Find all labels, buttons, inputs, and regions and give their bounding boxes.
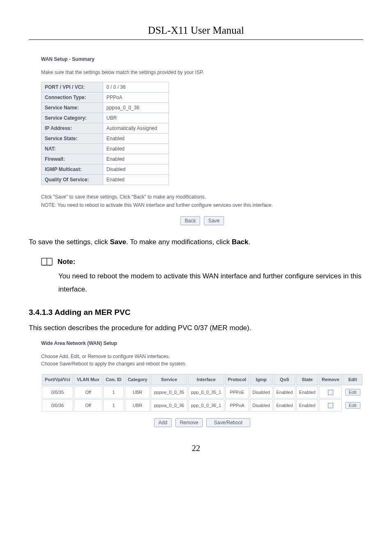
cell-con: 1 (103, 399, 124, 412)
cell-vlan: Off (74, 399, 102, 412)
cell-igmp: Disabled (250, 386, 273, 398)
kv-val: Enabled (103, 134, 169, 144)
section-desc: This section describes the procedure for… (29, 323, 363, 333)
summary-footer2: NOTE: You need to reboot to activate thi… (41, 201, 363, 209)
cell-iface: ppp_0_0_36_1 (188, 399, 224, 412)
wan-setup-desc1: Choose Add, Edit, or Remove to configure… (41, 353, 363, 360)
cell-state: Enabled (296, 399, 318, 412)
kv-key: Service Name: (42, 103, 103, 113)
col-remove: Remove (319, 374, 342, 386)
summary-footer1: Click "Save" to save these settings. Cli… (41, 193, 363, 201)
cell-remove (319, 399, 342, 412)
edit-button[interactable]: Edit (345, 389, 360, 395)
text-bold: Back (232, 238, 249, 246)
wan-setup-desc2: Choose Save/Reboot to apply the changes … (41, 360, 363, 368)
save-reboot-button[interactable]: Save/Reboot (206, 418, 250, 427)
kv-val: pppoa_0_0_36 (103, 103, 169, 113)
col-vlan: VLAN Mux (74, 374, 102, 386)
kv-key: PORT / VPI / VCI: (42, 82, 103, 92)
col-state: State (296, 374, 318, 386)
save-button[interactable]: Save (204, 216, 224, 225)
kv-val: Enabled (103, 154, 169, 164)
section-heading: 3.4.1.3 Adding an MER PVC (29, 308, 363, 317)
cell-con: 1 (103, 386, 124, 398)
cell-qos: Enabled (274, 399, 295, 412)
cell-svc: pppoe_0_0_35 (151, 386, 187, 398)
summary-table: PORT / VPI / VCI:0 / 0 / 36 Connection T… (41, 82, 169, 185)
col-cat: Category (125, 374, 150, 386)
cell-port: 0/0/35 (42, 386, 73, 398)
kv-val: 0 / 0 / 36 (103, 82, 169, 92)
kv-val: Enabled (103, 144, 169, 154)
add-button[interactable]: Add (154, 418, 172, 427)
cell-port: 0/0/36 (42, 399, 73, 412)
save-instruction: To save the settings, click Save. To mak… (29, 237, 363, 247)
back-button[interactable]: Back (180, 216, 201, 225)
cell-proto: PPPoE (225, 386, 249, 398)
table-row: 0/0/36 Off 1 UBR pppoa_0_0_36 ppp_0_0_36… (42, 399, 362, 412)
kv-val: Enabled (103, 175, 169, 185)
wan-summary-desc: Make sure that the settings below match … (41, 69, 363, 76)
col-igmp: Igmp (250, 374, 273, 386)
cell-cat: UBR (125, 399, 150, 412)
text: . To make any modifications, click (126, 238, 232, 246)
note-title: Note: (58, 258, 75, 266)
kv-key: IGMP Multicast: (42, 164, 103, 175)
kv-key: IP Address: (42, 123, 103, 134)
remove-checkbox[interactable] (328, 390, 333, 395)
cell-proto: PPPoA (225, 399, 249, 412)
note-body: You need to reboot the modem to activate… (58, 270, 363, 296)
col-port: Port/Vpi/Vci (42, 374, 73, 386)
wan-table: Port/Vpi/Vci VLAN Mux Con. ID Category S… (41, 373, 363, 413)
col-con: Con. ID (103, 374, 124, 386)
col-edit: Edit (343, 374, 362, 386)
col-qos: QoS (274, 374, 295, 386)
kv-val: Disabled (103, 164, 169, 175)
document-title: DSL-X11 User Manual (29, 25, 363, 40)
cell-iface: ppp_0_0_35_1 (188, 386, 224, 398)
wan-summary-title: WAN Setup - Summary (41, 56, 363, 62)
page-number: 22 (29, 444, 363, 453)
col-iface: Interface (188, 374, 224, 386)
remove-button[interactable]: Remove (175, 418, 203, 427)
table-row: 0/0/35 Off 1 UBR pppoe_0_0_35 ppp_0_0_35… (42, 386, 362, 398)
book-icon (41, 257, 53, 266)
kv-key: NAT: (42, 144, 103, 154)
col-svc: Service (151, 374, 187, 386)
col-proto: Protocol (225, 374, 249, 386)
kv-key: Service Category: (42, 113, 103, 123)
cell-qos: Enabled (274, 386, 295, 398)
remove-checkbox[interactable] (328, 403, 333, 408)
text: To save the settings, click (29, 238, 110, 246)
edit-button[interactable]: Edit (345, 402, 360, 409)
wan-setup-title: Wide Area Network (WAN) Setup (41, 340, 363, 346)
kv-val: Automatically Assigned (103, 123, 169, 134)
text-bold: Save (110, 238, 126, 246)
cell-svc: pppoa_0_0_36 (151, 399, 187, 412)
cell-remove (319, 386, 342, 398)
kv-key: Connection Type: (42, 92, 103, 103)
kv-val: PPPoA (103, 92, 169, 103)
cell-state: Enabled (296, 386, 318, 398)
kv-key: Firewall: (42, 154, 103, 164)
kv-key: Quality Of Service: (42, 175, 103, 185)
cell-igmp: Disabled (250, 399, 273, 412)
kv-val: UBR (103, 113, 169, 123)
cell-vlan: Off (74, 386, 102, 398)
kv-key: Service State: (42, 134, 103, 144)
cell-cat: UBR (125, 386, 150, 398)
text: . (249, 238, 251, 246)
